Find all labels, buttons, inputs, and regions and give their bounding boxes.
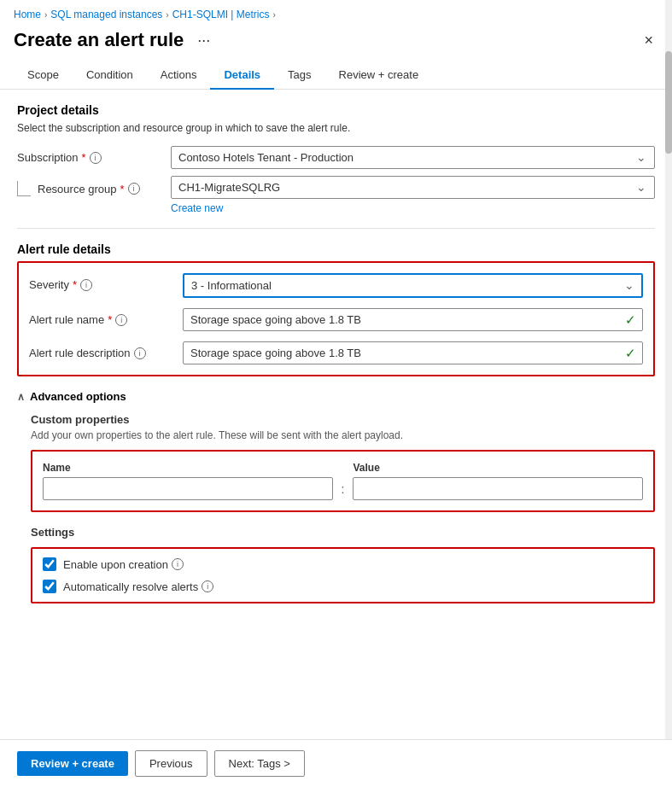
severity-row: Severity * i 0 - Critical1 - Error2 - Wa… bbox=[29, 273, 643, 298]
subscription-control: Contoso Hotels Tenant - Production bbox=[171, 146, 655, 169]
alert-rule-details-bordered: Severity * i 0 - Critical1 - Error2 - Wa… bbox=[17, 261, 655, 376]
alert-rule-description-info-icon[interactable]: i bbox=[134, 347, 146, 359]
settings-bordered: Enable upon creation i Automatically res… bbox=[31, 547, 655, 603]
subscription-required: * bbox=[82, 151, 86, 164]
project-details-desc: Select the subscription and resource gro… bbox=[17, 122, 655, 134]
review-create-button[interactable]: Review + create bbox=[17, 751, 128, 776]
subscription-select-wrapper: Contoso Hotels Tenant - Production bbox=[171, 146, 655, 169]
breadcrumb-metrics[interactable]: CH1-SQLMI | Metrics bbox=[172, 9, 270, 20]
alert-rule-description-control: ✓ bbox=[183, 341, 643, 364]
severity-select-wrapper: 0 - Critical1 - Error2 - Warning3 - Info… bbox=[183, 273, 643, 298]
severity-required: * bbox=[73, 278, 77, 291]
alert-rule-name-label: Alert rule name * i bbox=[29, 308, 183, 326]
advanced-toggle-label: Advanced options bbox=[30, 390, 126, 403]
close-button[interactable]: × bbox=[639, 30, 658, 51]
auto-resolve-label[interactable]: Automatically resolve alerts i bbox=[63, 580, 213, 593]
enable-upon-creation-info-icon[interactable]: i bbox=[172, 558, 184, 570]
custom-properties-section: Custom properties Add your own propertie… bbox=[31, 413, 655, 603]
create-new-link[interactable]: Create new bbox=[171, 202, 655, 214]
alert-rule-name-check-icon: ✓ bbox=[625, 312, 636, 328]
alert-rule-name-control: ✓ bbox=[183, 308, 643, 331]
breadcrumb-chevron-1: › bbox=[44, 10, 47, 20]
tab-condition[interactable]: Condition bbox=[73, 61, 147, 90]
custom-props-name-header: Name bbox=[43, 462, 333, 474]
resource-group-info-icon[interactable]: i bbox=[128, 183, 140, 195]
tabs-bar: Scope Condition Actions Details Tags Rev… bbox=[0, 61, 672, 90]
scrollbar-thumb[interactable] bbox=[665, 51, 672, 154]
auto-resolve-checkbox[interactable] bbox=[43, 580, 56, 593]
breadcrumb-chevron-2: › bbox=[166, 10, 168, 20]
severity-label: Severity * i bbox=[29, 273, 183, 291]
subscription-select[interactable]: Contoso Hotels Tenant - Production bbox=[171, 146, 655, 169]
alert-rule-name-row: Alert rule name * i ✓ bbox=[29, 308, 643, 331]
resource-group-label-text: Resource group bbox=[38, 183, 117, 195]
section-divider-1 bbox=[17, 228, 655, 229]
custom-properties-desc: Add your own properties to the alert rul… bbox=[31, 429, 655, 441]
alert-rule-name-required: * bbox=[108, 313, 112, 326]
advanced-options-toggle[interactable]: ∧ Advanced options bbox=[17, 390, 655, 403]
alert-rule-description-check-icon: ✓ bbox=[625, 346, 636, 361]
tab-scope[interactable]: Scope bbox=[14, 61, 73, 90]
custom-properties-title: Custom properties bbox=[31, 413, 655, 426]
severity-select[interactable]: 0 - Critical1 - Error2 - Warning3 - Info… bbox=[183, 273, 643, 298]
scrollbar[interactable] bbox=[665, 0, 672, 787]
tab-actions[interactable]: Actions bbox=[147, 61, 211, 90]
tab-details[interactable]: Details bbox=[210, 61, 274, 90]
bottom-bar: Review + create Previous Next: Tags > bbox=[0, 739, 672, 787]
alert-rule-name-info-icon[interactable]: i bbox=[115, 314, 127, 326]
breadcrumb-sql[interactable]: SQL managed instances bbox=[50, 9, 162, 20]
alert-rule-details-title: Alert rule details bbox=[17, 242, 655, 256]
custom-properties-input-row: : bbox=[43, 477, 643, 500]
next-tags-button[interactable]: Next: Tags > bbox=[214, 750, 305, 777]
resource-group-control: CH1-MigrateSQLRG bbox=[171, 176, 655, 199]
severity-control: 0 - Critical1 - Error2 - Warning3 - Info… bbox=[183, 273, 643, 298]
alert-rule-description-input-wrap: ✓ bbox=[183, 341, 643, 364]
tab-tags[interactable]: Tags bbox=[274, 61, 324, 90]
subscription-info-icon[interactable]: i bbox=[90, 152, 102, 164]
breadcrumb-home[interactable]: Home bbox=[14, 9, 41, 20]
tab-review[interactable]: Review + create bbox=[325, 61, 433, 90]
custom-properties-header: Name Value bbox=[43, 462, 643, 474]
ellipsis-button[interactable]: ··· bbox=[192, 30, 215, 51]
auto-resolve-info-icon[interactable]: i bbox=[202, 580, 213, 592]
alert-rule-name-input-wrap: ✓ bbox=[183, 308, 643, 331]
alert-rule-description-label: Alert rule description i bbox=[29, 341, 183, 359]
subscription-row: Subscription * i Contoso Hotels Tenant -… bbox=[17, 146, 655, 169]
settings-title: Settings bbox=[31, 526, 655, 539]
custom-properties-bordered: Name Value : bbox=[31, 450, 655, 512]
custom-props-value-input[interactable] bbox=[353, 477, 643, 500]
alert-rule-name-input[interactable] bbox=[183, 308, 643, 331]
custom-props-name-input[interactable] bbox=[43, 477, 333, 500]
custom-props-value-header: Value bbox=[354, 462, 644, 474]
project-details-title: Project details bbox=[17, 103, 655, 117]
enable-upon-creation-label[interactable]: Enable upon creation i bbox=[63, 558, 184, 571]
severity-info-icon[interactable]: i bbox=[80, 279, 92, 291]
enable-upon-creation-row: Enable upon creation i bbox=[43, 557, 643, 571]
breadcrumb: Home › SQL managed instances › CH1-SQLMI… bbox=[0, 0, 672, 26]
previous-button[interactable]: Previous bbox=[135, 750, 207, 777]
alert-rule-description-input[interactable] bbox=[183, 341, 643, 364]
resource-group-select[interactable]: CH1-MigrateSQLRG bbox=[171, 176, 655, 199]
resource-group-row: Resource group * i CH1-MigrateSQLRG bbox=[17, 176, 655, 199]
resource-group-required: * bbox=[120, 183, 125, 195]
main-content: Project details Select the subscription … bbox=[0, 90, 672, 699]
auto-resolve-row: Automatically resolve alerts i bbox=[43, 580, 643, 593]
resource-group-label-spacer: Resource group * i bbox=[17, 176, 171, 196]
resource-group-select-wrapper: CH1-MigrateSQLRG bbox=[171, 176, 655, 199]
subscription-label: Subscription * i bbox=[17, 146, 171, 164]
enable-upon-creation-checkbox[interactable] bbox=[43, 557, 56, 571]
page-title: Create an alert rule bbox=[14, 29, 184, 51]
page-header: Create an alert rule ··· × bbox=[0, 26, 672, 61]
breadcrumb-chevron-3: › bbox=[272, 10, 275, 20]
advanced-toggle-caret: ∧ bbox=[17, 391, 25, 403]
alert-rule-description-row: Alert rule description i ✓ bbox=[29, 341, 643, 364]
custom-props-colon: : bbox=[340, 482, 347, 496]
